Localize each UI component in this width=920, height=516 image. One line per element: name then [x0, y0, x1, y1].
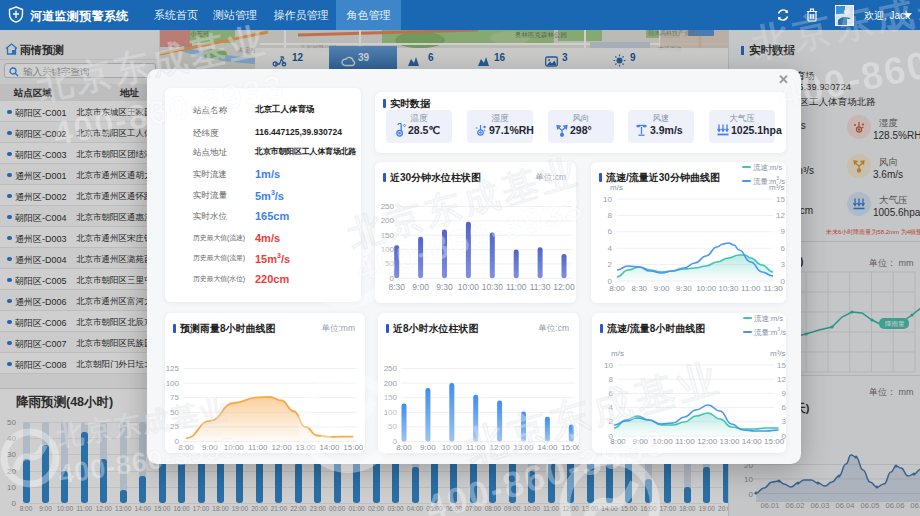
svg-text:25: 25: [170, 422, 179, 431]
svg-text:11:00: 11:00: [466, 443, 486, 452]
svg-text:14:00: 14:00: [537, 443, 558, 452]
svg-text:8:00: 8:00: [178, 443, 194, 452]
svg-text:4: 4: [608, 244, 613, 253]
svg-text:10:00: 10:00: [696, 284, 717, 293]
svg-text:12: 12: [777, 375, 786, 384]
svg-text:10:30: 10:30: [482, 282, 504, 292]
svg-text:3: 3: [781, 260, 786, 269]
svg-text:9:00: 9:00: [420, 443, 436, 452]
svg-text:m/s: m/s: [610, 183, 623, 192]
svg-text:50: 50: [170, 408, 179, 417]
svg-text:11:00: 11:00: [506, 282, 527, 292]
svg-text:15: 15: [777, 361, 786, 370]
svg-text:100: 100: [384, 408, 398, 417]
svg-text:10: 10: [603, 195, 612, 204]
svg-text:150: 150: [384, 393, 398, 402]
svg-text:14:00: 14:00: [319, 443, 340, 452]
svg-text:10:00: 10:00: [224, 443, 245, 452]
svg-text:12: 12: [776, 211, 785, 220]
svg-text:9:00: 9:00: [412, 282, 429, 292]
svg-text:6: 6: [781, 244, 786, 253]
svg-text:13:00: 13:00: [513, 443, 534, 452]
svg-text:6: 6: [608, 227, 613, 236]
svg-text:8: 8: [608, 211, 613, 220]
svg-text:200: 200: [381, 216, 395, 225]
svg-text:12:00: 12:00: [553, 282, 575, 292]
svg-text:100: 100: [381, 245, 395, 254]
svg-text:6: 6: [609, 389, 614, 398]
svg-text:9:00: 9:00: [633, 437, 649, 446]
svg-text:10:00: 10:00: [458, 282, 480, 292]
svg-text:2: 2: [608, 260, 613, 269]
svg-text:11:00: 11:00: [675, 437, 695, 446]
svg-text:8:30: 8:30: [388, 282, 405, 292]
svg-text:10:30: 10:30: [718, 284, 739, 293]
svg-text:3: 3: [782, 417, 786, 426]
svg-text:11:00: 11:00: [741, 284, 761, 293]
svg-text:2: 2: [609, 417, 614, 426]
svg-text:14:00: 14:00: [742, 437, 763, 446]
svg-text:15:00: 15:00: [343, 443, 364, 452]
svg-text:9: 9: [782, 389, 786, 398]
svg-text:250: 250: [384, 364, 398, 373]
svg-text:125: 125: [166, 364, 180, 373]
svg-text:200: 200: [384, 379, 398, 388]
svg-text:m³/s: m³/s: [769, 183, 785, 192]
svg-text:9:00: 9:00: [654, 284, 670, 293]
svg-text:9:30: 9:30: [436, 282, 453, 292]
svg-text:10:00: 10:00: [442, 443, 463, 452]
svg-text:8: 8: [609, 375, 614, 384]
svg-text:75: 75: [170, 393, 179, 402]
svg-text:8:00: 8:00: [609, 284, 625, 293]
svg-text:12:00: 12:00: [697, 437, 718, 446]
svg-text:15: 15: [776, 195, 785, 204]
svg-text:250: 250: [381, 202, 395, 211]
svg-text:4: 4: [609, 403, 614, 412]
svg-text:15:00: 15:00: [764, 437, 785, 446]
svg-text:15:00: 15:00: [561, 443, 579, 452]
svg-text:150: 150: [381, 231, 395, 240]
svg-text:10: 10: [604, 361, 613, 370]
svg-text:12:00: 12:00: [272, 443, 293, 452]
svg-text:11:00: 11:00: [248, 443, 268, 452]
svg-text:50: 50: [388, 422, 397, 431]
svg-text:12:00: 12:00: [490, 443, 511, 452]
svg-text:13:00: 13:00: [719, 437, 740, 446]
svg-text:11:30: 11:30: [530, 282, 551, 292]
svg-text:8:00: 8:00: [610, 437, 626, 446]
svg-text:50: 50: [385, 259, 394, 268]
svg-text:13:00: 13:00: [295, 443, 316, 452]
svg-text:8:30: 8:30: [632, 284, 648, 293]
svg-text:m/s: m/s: [611, 349, 624, 358]
svg-text:10:00: 10:00: [653, 437, 674, 446]
svg-text:11:30: 11:30: [763, 284, 783, 293]
svg-text:9: 9: [781, 227, 786, 236]
svg-text:9:30: 9:30: [676, 284, 692, 293]
svg-text:9:00: 9:00: [202, 443, 218, 452]
svg-text:8:00: 8:00: [396, 443, 412, 452]
svg-text:100: 100: [166, 379, 180, 388]
svg-text:6: 6: [782, 403, 786, 412]
svg-text:m³/s: m³/s: [770, 349, 786, 358]
